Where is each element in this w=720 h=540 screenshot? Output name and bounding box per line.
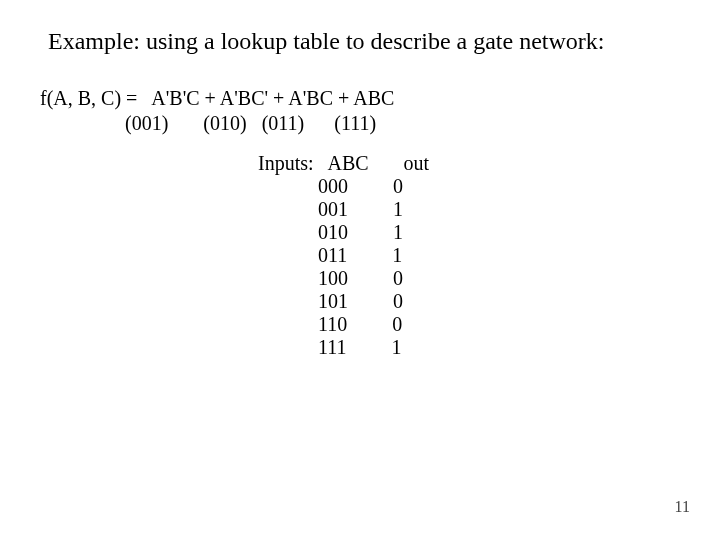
cell-abc: 011 — [318, 244, 347, 266]
col-header-out: out — [404, 152, 430, 174]
cell-abc: 100 — [318, 267, 348, 289]
truth-table: Inputs: ABC out 000 0 001 1 010 1 011 1 … — [258, 152, 429, 359]
page-number: 11 — [675, 498, 690, 516]
cell-out: 1 — [393, 221, 403, 243]
cell-out: 1 — [393, 198, 403, 220]
cell-abc: 001 — [318, 198, 348, 220]
cell-out: 0 — [393, 267, 403, 289]
cell-out: 1 — [392, 244, 402, 266]
cell-out: 0 — [393, 175, 403, 197]
equation-line-2: (001) (010) (011) (111) — [40, 112, 376, 134]
cell-abc: 110 — [318, 313, 347, 335]
col-header-abc: ABC — [327, 152, 368, 174]
slide-title: Example: using a lookup table to describ… — [48, 28, 605, 55]
inputs-label: Inputs: — [258, 152, 314, 174]
boolean-equation: f(A, B, C) = A'B'C + A'BC' + A'BC + ABC … — [40, 86, 394, 136]
cell-abc: 101 — [318, 290, 348, 312]
cell-abc: 010 — [318, 221, 348, 243]
cell-abc: 111 — [318, 336, 347, 358]
cell-out: 0 — [392, 313, 402, 335]
slide: Example: using a lookup table to describ… — [0, 0, 720, 540]
equation-line-1: f(A, B, C) = A'B'C + A'BC' + A'BC + ABC — [40, 87, 394, 109]
cell-abc: 000 — [318, 175, 348, 197]
cell-out: 1 — [392, 336, 402, 358]
cell-out: 0 — [393, 290, 403, 312]
